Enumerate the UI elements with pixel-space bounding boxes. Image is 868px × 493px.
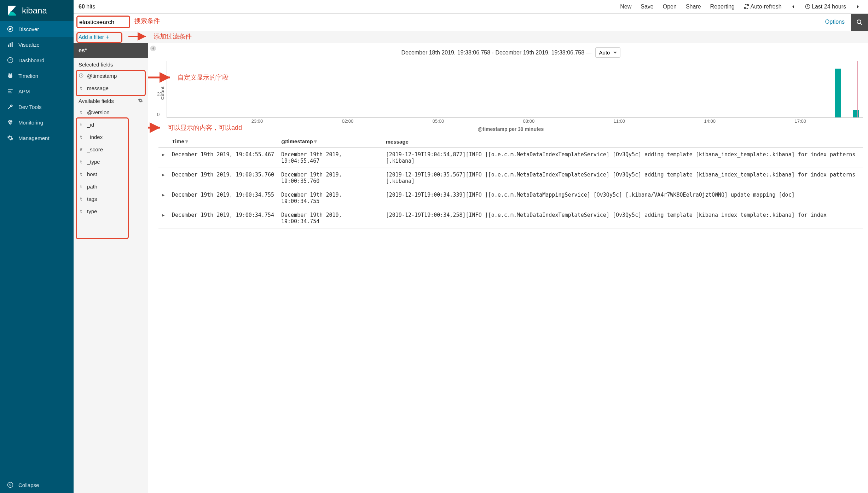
brand-name: kibana xyxy=(22,6,47,16)
heartbeat-icon xyxy=(7,119,13,126)
interval-select[interactable]: Auto xyxy=(595,47,620,58)
field-item[interactable]: ttype xyxy=(74,205,148,218)
nav-dashboard[interactable]: Dashboard xyxy=(0,52,74,68)
results-table: Time▾ @timestamp▾ message ▸December 19th… xyxy=(158,135,863,228)
nav-label: Timelion xyxy=(18,73,38,79)
field-name: _id xyxy=(87,122,94,128)
svg-point-14 xyxy=(8,482,13,488)
chart-xtick: 14:00 xyxy=(704,118,716,124)
topbar: 60 hits New Save Open Share Reporting Au… xyxy=(74,0,868,14)
nav-monitoring[interactable]: Monitoring xyxy=(0,115,74,130)
chart-xtick: 17:00 xyxy=(795,118,806,124)
nav-timelion[interactable]: Timelion xyxy=(0,68,74,83)
field-item[interactable]: #_score xyxy=(74,143,148,156)
field-type-icon: t xyxy=(79,135,83,140)
apm-icon xyxy=(7,88,13,94)
gear-icon xyxy=(7,135,13,141)
selected-fields-header: Selected fields xyxy=(74,58,148,70)
kibana-logo-icon xyxy=(6,5,18,16)
field-item[interactable]: t_index xyxy=(74,131,148,143)
field-name: path xyxy=(87,184,97,190)
col-time[interactable]: Time▾ xyxy=(168,135,278,148)
cell-message: [2019-12-19T19:00:34,339][INFO ][o.e.c.m… xyxy=(382,188,863,208)
field-item[interactable]: @timestamp xyxy=(74,70,148,82)
logo[interactable]: kibana xyxy=(0,0,74,21)
topbar-time-range[interactable]: Last 24 hours xyxy=(802,2,849,11)
expand-row-button[interactable]: ▸ xyxy=(158,208,168,228)
field-name: _type xyxy=(87,159,100,165)
collapse-panel-button[interactable] xyxy=(150,45,156,53)
expand-row-button[interactable]: ▸ xyxy=(158,168,168,188)
field-type-icon: # xyxy=(79,147,83,152)
topbar-new[interactable]: New xyxy=(617,2,634,11)
main-area: 60 hits New Save Open Share Reporting Au… xyxy=(74,0,868,493)
nav-label: Visualize xyxy=(18,42,40,48)
search-button[interactable] xyxy=(851,14,868,31)
search-options[interactable]: Options xyxy=(819,14,851,31)
field-item[interactable]: ttags xyxy=(74,193,148,205)
results-area: 自定义显示的字段 可以显示的内容，可以add December 18th 201… xyxy=(148,43,868,493)
col-timestamp[interactable]: @timestamp▾ xyxy=(278,135,382,148)
nav-label: APM xyxy=(18,88,30,94)
cell-message: [2019-12-19T19:00:35,567][INFO ][o.e.c.m… xyxy=(382,168,863,188)
nav-management[interactable]: Management xyxy=(0,130,74,146)
topbar-share[interactable]: Share xyxy=(683,2,704,11)
field-item[interactable]: t_type xyxy=(74,156,148,168)
topbar-open[interactable]: Open xyxy=(660,2,679,11)
topbar-save[interactable]: Save xyxy=(638,2,656,11)
topbar-reporting[interactable]: Reporting xyxy=(707,2,737,11)
histogram-bar[interactable] xyxy=(853,110,859,117)
sort-icon: ▾ xyxy=(185,138,188,144)
col-message[interactable]: message xyxy=(382,135,863,148)
cell-message: [2019-12-19T19:00:34,258][INFO ][o.e.c.m… xyxy=(382,208,863,228)
fields-settings-button[interactable] xyxy=(138,98,143,104)
expand-row-button[interactable]: ▸ xyxy=(158,188,168,208)
histogram-chart[interactable]: Count 0 20 23:0002:0005:0008:0011:0014:0… xyxy=(158,61,863,125)
compass-icon xyxy=(7,26,13,32)
index-pattern-selector[interactable]: es* xyxy=(74,43,148,58)
clock-icon xyxy=(79,73,83,79)
sort-icon: ▾ xyxy=(314,138,317,144)
topbar-time-prev[interactable] xyxy=(788,2,799,11)
field-item[interactable]: tpath xyxy=(74,180,148,193)
nav-visualize[interactable]: Visualize xyxy=(0,37,74,52)
expand-row-button[interactable]: ▸ xyxy=(158,148,168,168)
search-input[interactable] xyxy=(78,17,815,28)
topbar-time-next[interactable] xyxy=(852,2,863,11)
svg-point-16 xyxy=(857,20,861,24)
collapse-button[interactable]: Collapse xyxy=(0,477,74,493)
add-filter-button[interactable]: Add a filter xyxy=(79,34,110,40)
field-item[interactable]: t_id xyxy=(74,118,148,131)
annotation-filter: 添加过滤条件 xyxy=(127,31,192,42)
histogram-bar[interactable] xyxy=(835,69,841,117)
field-name: _index xyxy=(87,134,103,140)
sidebar: kibana Discover Visualize Dashboard Time… xyxy=(0,0,74,493)
table-row: ▸December 19th 2019, 19:00:34.754Decembe… xyxy=(158,208,863,228)
svg-point-9 xyxy=(9,76,10,76)
cell-timestamp: December 19th 2019, 19:00:35.760 xyxy=(278,168,382,188)
table-row: ▸December 19th 2019, 19:04:55.467Decembe… xyxy=(158,148,863,168)
nav-list: Discover Visualize Dashboard Timelion AP… xyxy=(0,21,74,477)
chart-xtick: 02:00 xyxy=(342,118,354,124)
arrow-icon xyxy=(127,31,151,42)
cell-timestamp: December 19th 2019, 19:00:34.755 xyxy=(278,188,382,208)
field-type-icon: t xyxy=(79,197,83,202)
cell-time: December 19th 2019, 19:04:55.467 xyxy=(168,148,278,168)
field-name: tags xyxy=(87,196,97,202)
topbar-auto-refresh[interactable]: Auto-refresh xyxy=(741,2,785,11)
field-item[interactable]: t message xyxy=(74,82,148,94)
nav-label: Dev Tools xyxy=(18,104,42,110)
field-name: type xyxy=(87,208,97,214)
field-item[interactable]: thost xyxy=(74,168,148,180)
chart-now-line xyxy=(857,61,858,117)
cell-message: [2019-12-19T19:04:54,872][INFO ][o.e.c.m… xyxy=(382,148,863,168)
field-item[interactable]: t@version xyxy=(74,106,148,118)
table-row: ▸December 19th 2019, 19:00:34.755Decembe… xyxy=(158,188,863,208)
nav-apm[interactable]: APM xyxy=(0,83,74,99)
field-type-icon: t xyxy=(79,86,83,91)
nav-discover[interactable]: Discover xyxy=(0,21,74,37)
field-name: _score xyxy=(87,146,103,152)
nav-label: Discover xyxy=(18,26,39,32)
nav-devtools[interactable]: Dev Tools xyxy=(0,99,74,115)
cell-time: December 19th 2019, 19:00:34.755 xyxy=(168,188,278,208)
